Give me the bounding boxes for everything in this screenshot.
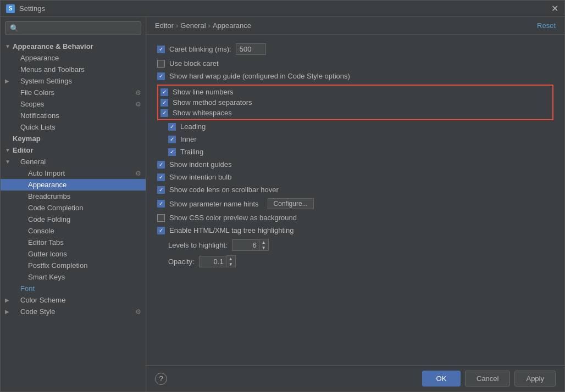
search-input[interactable] xyxy=(21,24,136,32)
sidebar-item-general[interactable]: ▼ General xyxy=(1,156,146,167)
trailing-checkbox[interactable] xyxy=(168,148,176,156)
opacity-up-button[interactable]: ▲ xyxy=(226,256,235,261)
sidebar-item-editor-tabs[interactable]: Editor Tabs xyxy=(1,237,146,248)
code-lens-checkbox[interactable] xyxy=(157,186,165,194)
highlight-group: Show line numbers Show method separators… xyxy=(157,85,553,120)
sidebar-item-color-scheme[interactable]: ▶ Color Scheme xyxy=(1,294,146,306)
sidebar-item-system-settings[interactable]: ▶ System Settings xyxy=(1,75,146,87)
configure-button[interactable]: Configure... xyxy=(268,198,314,209)
sidebar-item-file-colors[interactable]: File Colors ⚙ xyxy=(1,87,146,98)
param-hints-label: Show parameter name hints xyxy=(169,200,259,208)
line-numbers-checkbox[interactable] xyxy=(160,88,168,96)
sidebar-label: Appearance xyxy=(28,181,67,189)
sidebar-item-keymap[interactable]: Keymap xyxy=(1,133,146,144)
close-button[interactable]: ✕ xyxy=(550,4,559,13)
sidebar-item-font[interactable]: Font xyxy=(1,283,146,294)
caret-blinking-input[interactable] xyxy=(236,43,266,55)
breadcrumb-appearance: Appearance xyxy=(213,21,251,30)
param-hints-row: Show parameter name hints Configure... xyxy=(157,198,553,209)
sidebar-item-notifications[interactable]: Notifications xyxy=(1,110,146,121)
breadcrumb-bar: Editor › General › Appearance Reset xyxy=(146,17,564,35)
sidebar-label: Scopes xyxy=(20,100,44,108)
inner-checkbox[interactable] xyxy=(168,136,176,143)
hard-wrap-row: Show hard wrap guide (configured in Code… xyxy=(157,72,553,80)
opacity-label: Opacity: xyxy=(168,257,195,266)
leading-row: Leading xyxy=(168,122,553,131)
sidebar-label: Auto Import xyxy=(28,169,65,177)
levels-down-button[interactable]: ▼ xyxy=(259,245,268,250)
css-preview-checkbox[interactable] xyxy=(157,214,165,222)
intention-bulb-row: Show intention bulb xyxy=(157,173,553,181)
app-icon: S xyxy=(6,4,15,13)
intention-bulb-label: Show intention bulb xyxy=(169,173,231,181)
opacity-down-button[interactable]: ▼ xyxy=(226,261,235,267)
sidebar-label: File Colors xyxy=(20,88,54,97)
whitespaces-checkbox[interactable] xyxy=(160,109,168,117)
settings-window: S Settings ✕ 🔍 ▼ Appearance & Behavior A… xyxy=(0,0,565,392)
indent-guides-checkbox[interactable] xyxy=(157,161,165,169)
reset-button[interactable]: Reset xyxy=(537,21,556,30)
caret-blinking-checkbox[interactable] xyxy=(157,46,165,53)
sidebar-item-appearance-editor[interactable]: Appearance xyxy=(1,179,146,191)
sidebar-label: Quick Lists xyxy=(20,123,56,131)
sidebar-label: Notifications xyxy=(20,111,59,120)
method-separators-checkbox[interactable] xyxy=(160,99,168,107)
levels-up-button[interactable]: ▲ xyxy=(259,239,268,245)
arrow-icon: ▼ xyxy=(5,159,13,165)
sidebar-item-appearance-behavior[interactable]: ▼ Appearance & Behavior xyxy=(1,41,146,52)
apply-button[interactable]: Apply xyxy=(514,371,556,387)
trailing-row: Trailing xyxy=(168,148,553,156)
sidebar: 🔍 ▼ Appearance & Behavior Appearance Men… xyxy=(1,17,146,391)
whitespaces-row: Show whitespaces xyxy=(160,109,550,117)
sidebar-item-menus-toolbars[interactable]: Menus and Toolbars xyxy=(1,64,146,75)
levels-input[interactable] xyxy=(232,239,259,251)
search-box[interactable]: 🔍 xyxy=(5,21,141,35)
leading-label: Leading xyxy=(180,122,206,131)
sidebar-item-smart-keys[interactable]: Smart Keys xyxy=(1,271,146,283)
hard-wrap-checkbox[interactable] xyxy=(157,72,165,80)
sidebar-item-gutter-icons[interactable]: Gutter Icons xyxy=(1,248,146,260)
line-numbers-label: Show line numbers xyxy=(173,88,234,96)
sidebar-label: Keymap xyxy=(13,135,41,143)
trailing-label: Trailing xyxy=(180,148,203,156)
sidebar-label: Breadcrumbs xyxy=(28,192,70,200)
help-button[interactable]: ? xyxy=(155,373,167,385)
main-content: 🔍 ▼ Appearance & Behavior Appearance Men… xyxy=(1,17,564,391)
sidebar-item-code-style[interactable]: ▶ Code Style ⚙ xyxy=(1,306,146,317)
method-separators-label: Show method separators xyxy=(173,98,252,107)
block-caret-row: Use block caret xyxy=(157,59,553,68)
cancel-button[interactable]: Cancel xyxy=(465,371,510,387)
ok-button[interactable]: OK xyxy=(422,371,461,387)
window-title: Settings xyxy=(19,4,550,13)
sidebar-item-breadcrumbs[interactable]: Breadcrumbs xyxy=(1,191,146,202)
block-caret-checkbox[interactable] xyxy=(157,60,165,68)
leading-checkbox[interactable] xyxy=(168,123,176,131)
indent-guides-row: Show indent guides xyxy=(157,160,553,169)
right-panel: Editor › General › Appearance Reset Care… xyxy=(146,17,564,391)
sidebar-item-console[interactable]: Console xyxy=(1,225,146,237)
sidebar-item-auto-import[interactable]: Auto Import ⚙ xyxy=(1,167,146,179)
sidebar-label: Console xyxy=(28,227,54,235)
opacity-row: Opacity: ▲ ▼ xyxy=(168,255,553,267)
sidebar-item-editor[interactable]: ▼ Editor xyxy=(1,144,146,156)
param-hints-checkbox[interactable] xyxy=(157,200,165,208)
sidebar-item-postfix-completion[interactable]: Postfix Completion xyxy=(1,260,146,271)
sidebar-label: Appearance xyxy=(20,54,59,62)
sidebar-item-code-completion[interactable]: Code Completion xyxy=(1,202,146,214)
method-separators-row: Show method separators xyxy=(160,98,550,107)
sidebar-item-code-folding[interactable]: Code Folding xyxy=(1,214,146,225)
sidebar-item-appearance[interactable]: Appearance xyxy=(1,52,146,64)
intention-bulb-checkbox[interactable] xyxy=(157,173,165,181)
bottom-bar: ? OK Cancel Apply xyxy=(146,365,564,391)
html-xml-row: Enable HTML/XML tag tree highlighting xyxy=(157,226,553,234)
settings-icon: ⚙ xyxy=(135,100,141,108)
sidebar-item-scopes[interactable]: Scopes ⚙ xyxy=(1,98,146,110)
code-lens-row: Show code lens on scrollbar hover xyxy=(157,186,553,194)
opacity-input[interactable] xyxy=(199,256,226,267)
block-caret-label: Use block caret xyxy=(169,59,219,68)
separator: › xyxy=(176,21,178,30)
arrow-icon: ▼ xyxy=(5,43,13,49)
title-bar: S Settings ✕ xyxy=(1,1,564,17)
html-xml-checkbox[interactable] xyxy=(157,227,165,234)
sidebar-item-quick-lists[interactable]: Quick Lists xyxy=(1,121,146,133)
